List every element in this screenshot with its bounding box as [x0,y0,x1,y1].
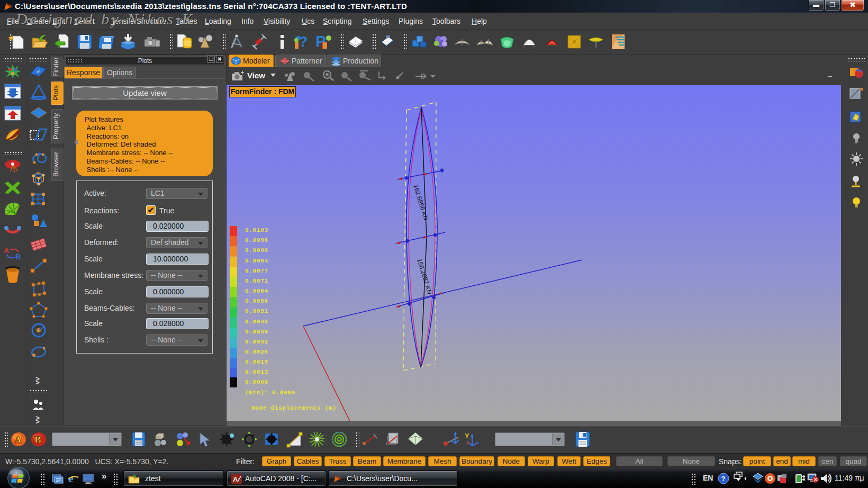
svg-text:B: B [34,434,41,445]
svg-text:0.0045: 0.0045 [245,319,268,325]
svg-text:0.0013: 0.0013 [245,369,268,375]
svg-text:0.0026: 0.0026 [245,349,268,355]
svg-text:B: B [15,252,21,260]
svg-text:?: ? [299,33,308,50]
svg-text:A: A [4,246,9,255]
svg-text:Y: Y [465,432,469,440]
svg-text:162.6866 KN: 162.6866 KN [412,184,430,221]
svg-text:0.0071: 0.0071 [245,278,268,284]
svg-text:(min): 0.0000: (min): 0.0000 [245,390,295,396]
svg-text:0.0032: 0.0032 [245,339,268,345]
svg-text:0.0077: 0.0077 [245,268,268,274]
svg-text:0.0096: 0.0096 [245,237,268,243]
svg-text:0.0084: 0.0084 [245,258,268,264]
svg-text:0.0006: 0.0006 [245,379,268,385]
svg-text:Node displacements (m): Node displacements (m) [251,405,337,411]
svg-text:0.0051: 0.0051 [245,308,268,314]
svg-text:A: A [14,434,22,445]
svg-text:0.0058: 0.0058 [245,298,268,304]
svg-text:A: A [233,475,238,483]
svg-text:0.0064: 0.0064 [245,288,268,294]
svg-text:?: ? [721,475,726,483]
svg-text:0.0090: 0.0090 [245,247,268,254]
svg-text:0.0019: 0.0019 [245,359,268,365]
svg-text:0.0039: 0.0039 [245,329,268,335]
svg-text:0.0103: 0.0103 [245,227,268,233]
